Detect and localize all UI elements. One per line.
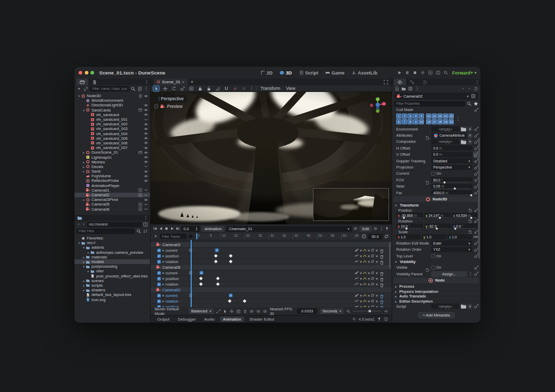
expander-icon[interactable]: ▸ bbox=[82, 284, 86, 287]
layer-3[interactable]: 3 bbox=[408, 114, 413, 119]
layer-13[interactable]: 13 bbox=[437, 114, 442, 119]
tab-inspector[interactable] bbox=[394, 79, 406, 85]
chevron-down-icon[interactable]: ▾ bbox=[468, 139, 472, 144]
delete-track-icon[interactable] bbox=[379, 300, 384, 305]
scene-item-sandcards[interactable]: ▾ SandCards bbox=[75, 108, 150, 113]
track-filter-input[interactable] bbox=[160, 234, 187, 239]
resource-menu-icon[interactable]: ⋮ bbox=[415, 86, 419, 91]
stop-icon[interactable] bbox=[164, 227, 169, 231]
layer-6[interactable]: 6 bbox=[396, 119, 401, 124]
scene-item-vfx-sandcard-004[interactable]: vfx_sandcard_004 bbox=[75, 132, 150, 136]
magnify-icon[interactable] bbox=[443, 70, 448, 75]
delete-track-icon[interactable] bbox=[379, 260, 384, 265]
rotation-z-field[interactable]: z0.0° bbox=[452, 223, 478, 229]
checkbox[interactable] bbox=[431, 172, 435, 176]
filesystem-item-post-process-effect-uber-tres[interactable]: post_process_effect_uber.tres bbox=[75, 274, 150, 278]
expander-icon[interactable]: ▾ bbox=[82, 246, 86, 249]
rotation-x-field[interactable]: x19.0° bbox=[396, 223, 423, 229]
scale-tool-button[interactable] bbox=[179, 86, 186, 91]
snap-time-icon[interactable] bbox=[361, 234, 366, 239]
bezier-handle-icon[interactable] bbox=[216, 309, 220, 313]
layer-20[interactable]: 20 bbox=[449, 119, 454, 124]
track-camera02-rotation[interactable]: ✓ rotation ▾ ▾ ▾ bbox=[151, 298, 392, 304]
eye-icon[interactable] bbox=[144, 103, 148, 107]
step-field[interactable]: 0.0333 bbox=[297, 308, 317, 314]
scene-item-vfx-sandcard-002[interactable]: vfx_sandcard_002 bbox=[75, 122, 150, 126]
scene-item-fogvolume[interactable]: FogVolume bbox=[75, 174, 150, 178]
layer-4[interactable]: 4 bbox=[413, 114, 418, 119]
resource-field[interactable]: CameraAttribute bbox=[431, 133, 467, 138]
keyframe[interactable] bbox=[229, 259, 232, 263]
assign-button[interactable]: Assign... bbox=[431, 271, 467, 277]
filesystem-item-favorites-[interactable]: Favorites: bbox=[75, 236, 150, 240]
eye-closed-icon[interactable] bbox=[144, 207, 148, 211]
track-enabled-checkbox[interactable]: ✓ bbox=[157, 260, 161, 264]
layer-17[interactable]: 17 bbox=[432, 119, 437, 124]
chevron-down-icon[interactable]: ▾ bbox=[468, 304, 472, 309]
scene-item-meshes[interactable]: ▸ Meshes bbox=[75, 160, 150, 164]
film-icon[interactable] bbox=[138, 108, 142, 112]
expander-icon[interactable]: ▾ bbox=[82, 265, 86, 268]
perspective-menu[interactable]: ⋮ Perspective bbox=[154, 95, 187, 102]
position-y-field[interactable]: y24.197m bbox=[424, 213, 451, 218]
scene-item-camera03pivot[interactable]: ▸ Camera03Pivot bbox=[75, 197, 150, 202]
resource-field[interactable]: <empty> bbox=[431, 304, 459, 309]
preview-icon[interactable] bbox=[138, 193, 142, 197]
filesystem-item-scenes[interactable]: ▸ scenes bbox=[75, 278, 150, 283]
bottom-tab-animation[interactable]: Animation bbox=[220, 316, 245, 322]
expander-icon[interactable]: ▸ bbox=[82, 165, 86, 169]
track-camera05-current[interactable]: ✓ current ✓ ▾ ▾ ▾ bbox=[151, 270, 392, 275]
history-back-button[interactable]: ‹ bbox=[77, 222, 81, 227]
layer-menu-icon[interactable]: ⋮ bbox=[456, 117, 460, 121]
rotation-y-field[interactable]: y-52.5° bbox=[424, 223, 451, 229]
scene-item-camera01[interactable]: Camera01 bbox=[75, 188, 150, 193]
delete-track-icon[interactable] bbox=[379, 305, 384, 308]
track-camera05-rotation[interactable]: ✓ rotation ▾ ▾ ▾ bbox=[151, 282, 392, 287]
eye-icon[interactable] bbox=[144, 127, 148, 131]
expander-icon[interactable]: ▾ bbox=[82, 108, 86, 112]
scene-item-vfx-sandcard-007[interactable]: vfx_sandcard_007 bbox=[75, 145, 150, 150]
loop-wrap-icon[interactable] bbox=[371, 293, 375, 297]
scene-item-vfx-sandcard-003[interactable]: vfx_sandcard_003 bbox=[75, 126, 150, 131]
section-node[interactable]: Node bbox=[394, 277, 479, 283]
update-mode-icon[interactable] bbox=[355, 276, 359, 281]
track-camera03-position[interactable]: ✓ position ▾ ▾ ▾ bbox=[151, 253, 392, 258]
number-field[interactable]: 0.0m bbox=[431, 145, 472, 151]
eye-closed-icon[interactable] bbox=[144, 193, 148, 197]
viewport-3d[interactable]: ⋮ Perspective Preview bbox=[151, 92, 392, 224]
number-field[interactable]: 0.05m bbox=[431, 184, 472, 189]
expander-icon[interactable]: ▸ bbox=[82, 260, 86, 264]
fps-field[interactable]: 30.0 bbox=[368, 234, 382, 239]
loop-wrap-icon[interactable] bbox=[371, 271, 375, 275]
extra-menu-icon[interactable]: ⋮ bbox=[468, 272, 472, 276]
timeline-ruler[interactable]: 05101520253035404550556065 bbox=[195, 233, 360, 239]
scale-z-field[interactable]: z1.0 bbox=[448, 234, 472, 239]
interpolation-mode-icon[interactable] bbox=[363, 276, 367, 281]
edit-button[interactable]: Edit bbox=[359, 226, 372, 232]
filesystem-item-default-bus-layout-tres[interactable]: default_bus_layout.tres bbox=[75, 292, 150, 297]
scene-tree-menu-icon[interactable]: ⋮ bbox=[144, 86, 148, 91]
eye-icon[interactable] bbox=[144, 155, 148, 159]
filesystem-item-uber[interactable]: ▸ uber bbox=[75, 269, 150, 273]
scene-item-worldenvironment[interactable]: WorldEnvironment bbox=[75, 98, 150, 103]
checkbox[interactable] bbox=[431, 266, 435, 270]
eye-closed-icon[interactable] bbox=[144, 118, 148, 122]
layer-14[interactable]: 14 bbox=[443, 114, 448, 119]
expander-icon[interactable]: ▸ bbox=[82, 198, 86, 201]
chevron-down-icon[interactable]: ▾ bbox=[468, 126, 472, 132]
keyframe[interactable] bbox=[214, 259, 218, 263]
inspector-dock-menu-icon[interactable]: ⋮ bbox=[475, 80, 479, 84]
expander-icon[interactable]: ▸ bbox=[86, 251, 90, 254]
layer-8[interactable]: 8 bbox=[408, 119, 413, 124]
ruler-button[interactable] bbox=[214, 86, 220, 91]
delete-track-icon[interactable] bbox=[379, 249, 384, 254]
property-favorites-icon[interactable] bbox=[473, 101, 478, 106]
scene-item-reflectionprobe[interactable]: ReflectionProbe bbox=[75, 178, 150, 183]
layer-5[interactable]: 5 bbox=[419, 114, 424, 119]
keyframe-bool[interactable]: ✓ bbox=[215, 249, 219, 252]
update-mode-icon[interactable] bbox=[355, 282, 359, 286]
expander-icon[interactable]: ▾ bbox=[77, 94, 81, 98]
stop-icon[interactable] bbox=[413, 70, 417, 75]
play-backwards-icon[interactable] bbox=[159, 227, 163, 231]
eye-icon[interactable] bbox=[144, 113, 148, 117]
